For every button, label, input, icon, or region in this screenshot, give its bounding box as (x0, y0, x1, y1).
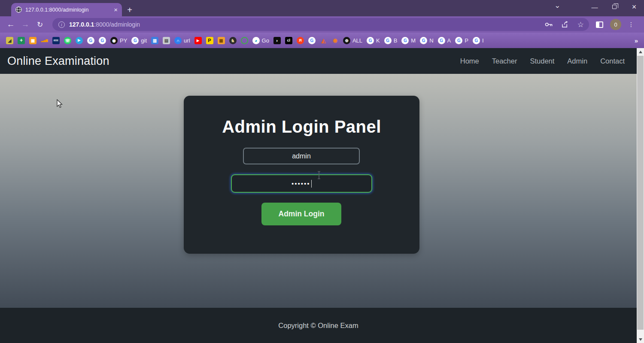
nav-link-admin[interactable]: Admin (567, 57, 587, 65)
bookmark-dark-bird[interactable]: ♞ (229, 37, 237, 44)
close-button[interactable]: × (624, 0, 644, 14)
bookmark-go-swirl[interactable]: ◕Go (252, 37, 269, 44)
briefcase-icon: ▤ (163, 37, 170, 44)
bookmark-analytics[interactable]: ▂▄▆ (41, 37, 48, 44)
camera-icon: ▣ (29, 37, 36, 44)
bookmark-google-2[interactable]: G (99, 37, 106, 44)
bookmark-eye[interactable]: ◉ (331, 37, 339, 44)
bookmark-whatsapp[interactable]: ☏ (64, 37, 71, 44)
bookmark-film[interactable]: ▥ (151, 37, 158, 44)
bookmark-google-p[interactable]: GP (455, 37, 468, 44)
scrollbar-up-arrow-icon[interactable] (637, 48, 644, 55)
share-icon[interactable] (562, 21, 569, 28)
password-key-icon[interactable] (545, 22, 553, 27)
browser-toolbar: ← → ↻ i 127.0.0.1:8000/adminlogin ☆ (0, 16, 644, 33)
new-tab-button[interactable]: + (124, 4, 136, 16)
menu-kebab-icon[interactable]: ⋮ (628, 24, 631, 25)
site-info-icon[interactable]: i (58, 21, 65, 28)
google-a-icon: G (438, 37, 445, 44)
google-1-icon: G (87, 37, 94, 44)
bookmark-matlab[interactable]: ◭ (320, 37, 327, 44)
page-scrollbar[interactable] (637, 48, 644, 343)
bookmark-ads[interactable]: ◢ (6, 37, 13, 44)
address-bar[interactable]: i 127.0.0.1:8000/adminlogin ☆ (52, 18, 589, 31)
google-m-icon: G (401, 37, 409, 44)
admin-login-button[interactable]: Admin Login (261, 203, 341, 225)
ibeam-cursor-icon (316, 171, 322, 179)
google-p-label: P (465, 37, 468, 44)
dark-bird-icon: ♞ (229, 37, 237, 44)
tab-close-icon[interactable]: × (114, 6, 118, 13)
bookmark-google-m[interactable]: GM (401, 37, 416, 44)
google-2-icon: G (99, 37, 106, 44)
go-swirl-icon: ◕ (252, 37, 260, 44)
minimize-button[interactable]: — (585, 0, 605, 14)
google-git-label: git (141, 37, 147, 44)
back-button[interactable]: ← (3, 20, 18, 29)
scrollbar-down-arrow-icon[interactable] (637, 336, 644, 343)
password-dots: •••••• (292, 180, 310, 187)
google-k-label: K (376, 37, 380, 44)
google-b-label: B (394, 37, 398, 44)
site-nav-links: Home Teacher Student Admin Contact (460, 57, 625, 65)
bookmark-github[interactable]: ◉PY (110, 37, 127, 44)
bookmark-black-bird[interactable]: ◗ (273, 37, 281, 44)
restore-button[interactable] (605, 0, 624, 14)
bookmark-cl[interactable]: cl (285, 37, 292, 44)
bookmark-google-1[interactable]: G (87, 37, 94, 44)
bookmark-movie-cam[interactable]: ▦ (218, 37, 225, 44)
nav-link-home[interactable]: Home (460, 57, 479, 65)
bookmark-google-b[interactable]: GB (384, 37, 398, 44)
site-footer: Copyright © Online Exam (0, 308, 637, 343)
bookmark-shortener[interactable]: ∩url (174, 37, 190, 44)
bookmark-yandex[interactable]: Я (297, 37, 304, 44)
site-brand[interactable]: Online Examination (7, 55, 109, 68)
google-m-label: M (411, 37, 416, 44)
bookmark-star-icon[interactable]: ☆ (577, 20, 584, 29)
bookmarks-overflow-chevron-icon[interactable]: » (635, 37, 638, 44)
bookmark-ieee[interactable]: IEEE (52, 37, 60, 44)
bookmark-globe-all[interactable]: ⊕ALL (343, 37, 362, 44)
bookmark-youtube[interactable]: ▶ (194, 37, 202, 44)
bookmark-briefcase[interactable]: ▤ (163, 37, 170, 44)
sheets-icon: + (18, 37, 25, 44)
analytics-icon: ▂▄▆ (41, 37, 48, 44)
bookmark-google-3[interactable]: G (308, 37, 316, 44)
bookmark-google-a[interactable]: GA (438, 37, 451, 44)
github-icon: ◉ (110, 37, 118, 44)
forward-button: → (18, 20, 33, 29)
shortener-label: url (184, 37, 190, 44)
bookmark-camera[interactable]: ▣ (29, 37, 36, 44)
bookmark-google-i[interactable]: GI (473, 37, 484, 44)
go-swirl-label: Go (262, 37, 269, 44)
whatsapp-icon: ☏ (64, 37, 71, 44)
tab-bar: 127.0.0.1:8000/adminlogin × + › — × (0, 0, 644, 16)
film-icon: ▥ (151, 37, 158, 44)
nav-link-teacher[interactable]: Teacher (492, 57, 517, 65)
globe-all-icon: ⊕ (343, 37, 350, 44)
scrollbar-thumb[interactable] (637, 56, 644, 330)
page-body: Admin Login Panel •••••• Admin Login (0, 74, 637, 308)
side-panel-icon[interactable] (596, 21, 603, 28)
bookmark-telegram[interactable]: ◀ (76, 37, 83, 44)
nav-link-student[interactable]: Student (530, 57, 554, 65)
bookmark-google-git[interactable]: Ggit (131, 37, 147, 44)
profile-avatar[interactable]: 0 (610, 19, 621, 30)
tab-search-chevron-icon[interactable]: › (551, 0, 565, 17)
toolbar-right-group: 0 ⋮ (596, 19, 631, 30)
google-n-label: N (429, 37, 433, 44)
username-input[interactable] (243, 148, 360, 164)
github-label: PY (120, 37, 127, 44)
bookmark-p-yellow[interactable]: P (206, 37, 213, 44)
bookmark-google-k[interactable]: GK (367, 37, 380, 44)
bookmark-google-n[interactable]: GN (420, 37, 433, 44)
eye-icon: ◉ (331, 37, 339, 44)
nav-link-contact[interactable]: Contact (600, 57, 625, 65)
reload-button[interactable]: ↻ (33, 20, 47, 29)
url-text: 127.0.0.1:8000/adminlogin (69, 21, 140, 28)
youtube-icon: ▶ (194, 37, 202, 44)
active-tab[interactable]: 127.0.0.1:8000/adminlogin × (11, 3, 122, 16)
bookmark-sheets[interactable]: + (18, 37, 25, 44)
bookmark-green-ring[interactable] (241, 37, 248, 44)
password-input[interactable]: •••••• (231, 174, 372, 193)
